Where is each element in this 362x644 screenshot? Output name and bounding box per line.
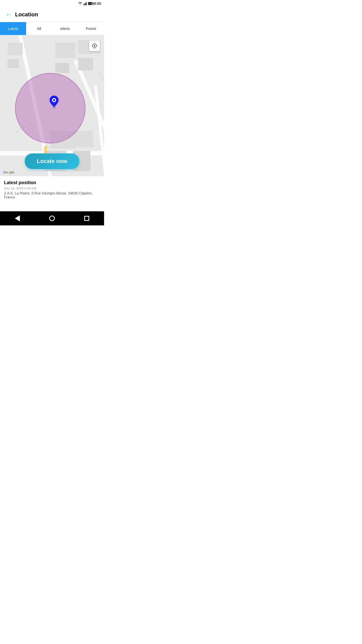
bottom-info-panel: Latest position Dec 10, 2019 6:58 AM Z.A…	[0, 176, 104, 203]
current-location-button[interactable]	[89, 40, 100, 51]
svg-point-34	[94, 45, 95, 47]
wifi-icon	[78, 2, 82, 5]
location-pin	[48, 95, 60, 108]
crosshair-icon	[92, 43, 97, 49]
svg-rect-18	[73, 131, 93, 147]
svg-rect-3	[86, 2, 87, 5]
back-arrow-icon: ←	[6, 11, 11, 18]
home-nav-icon	[49, 216, 55, 221]
svg-rect-13	[55, 63, 69, 73]
svg-rect-10	[55, 43, 75, 58]
svg-rect-1	[84, 3, 85, 5]
position-address: Z.A.E. La Plaine, 5 Rue Georges Besse, 3…	[4, 191, 100, 199]
svg-rect-0	[83, 4, 84, 5]
google-logo: Google	[3, 170, 14, 174]
tab-all[interactable]: All	[26, 22, 52, 35]
signal-icon	[83, 2, 87, 5]
tab-points[interactable]: Points	[78, 22, 104, 35]
bottom-nav-bar	[0, 211, 104, 225]
nav-recents-button[interactable]	[82, 213, 92, 223]
locate-now-button[interactable]: Locate now	[25, 153, 79, 169]
nav-back-button[interactable]	[12, 213, 22, 223]
svg-rect-14	[8, 43, 23, 55]
svg-rect-2	[85, 3, 86, 6]
status-time: 8:00	[94, 2, 101, 6]
battery-icon	[88, 2, 93, 5]
nav-home-button[interactable]	[47, 213, 57, 223]
recents-nav-icon	[84, 216, 89, 221]
status-icons: 8:00	[78, 2, 101, 6]
tab-alerts[interactable]: Alerts	[52, 22, 78, 35]
header: ← Location	[0, 7, 104, 22]
page-title: Location	[15, 11, 38, 18]
latest-position-title: Latest position	[4, 180, 100, 185]
map-container: Rue Jean... Rue Nelson Mandela Chemin de…	[0, 35, 104, 176]
svg-rect-15	[8, 59, 19, 68]
svg-rect-12	[78, 58, 93, 70]
status-bar: 8:00	[0, 0, 104, 7]
tabs-bar: Latest All Alerts Points	[0, 22, 104, 35]
svg-point-32	[53, 99, 55, 101]
location-radius-circle	[15, 73, 85, 143]
position-date: Dec 10, 2019 6:58 AM	[4, 186, 100, 190]
tab-latest[interactable]: Latest	[0, 22, 26, 35]
back-button[interactable]: ←	[4, 10, 13, 19]
back-nav-icon	[15, 215, 20, 221]
